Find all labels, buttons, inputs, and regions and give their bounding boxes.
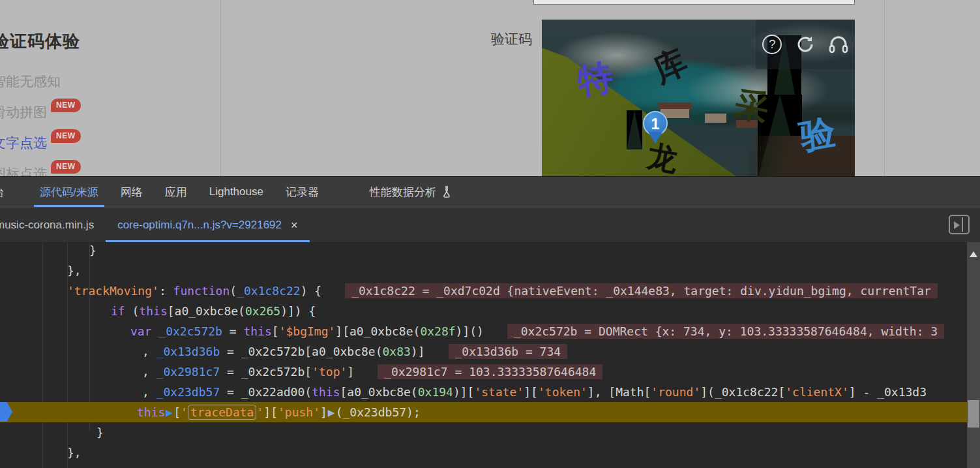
- devtools-tab-性能数据分析[interactable]: 性能数据分析: [359, 177, 463, 207]
- devtools-tab-应用[interactable]: 应用: [154, 177, 198, 207]
- captcha-demo-page: 验证码体验 智能无感知滑动拼图NEW文字点选NEW图标点选NEW 验证码 特库采…: [0, 0, 980, 176]
- inline-eval-value: _0x13d36b = 734: [449, 344, 568, 359]
- code-token: }: [97, 426, 104, 439]
- refresh-icon[interactable]: [794, 33, 816, 55]
- code-token: :: [159, 284, 173, 298]
- code-token: '$bgImg': [279, 324, 336, 338]
- sidebar-item-label[interactable]: 滑动拼图: [0, 104, 47, 121]
- tab-label: 应用: [165, 185, 187, 200]
- tab-label: 源代码/来源: [40, 185, 98, 200]
- code-token: (: [125, 304, 140, 318]
- captcha-image[interactable]: 特库采验龙 1 ?: [542, 20, 855, 176]
- scroll-up-arrow[interactable]: [970, 247, 977, 257]
- continue-to-here-icon[interactable]: ▶: [328, 405, 335, 419]
- code-token: )](): [456, 324, 484, 338]
- tab-label: 记录器: [286, 185, 319, 200]
- captcha-input[interactable]: [533, 0, 855, 5]
- code-line: if (this[a0_0xbc8e(0x265)]) {: [111, 301, 316, 321]
- inline-eval-value: _0x2c572b = DOMRect {x: 734, y: 103.3333…: [507, 324, 944, 339]
- tab-label: 控制台: [0, 185, 5, 200]
- code-token: ': [181, 405, 188, 419]
- code-token: ) {: [301, 284, 322, 298]
- file-tab-inactive[interactable]: music-corona.min.js: [0, 208, 106, 242]
- sidebar-item-label[interactable]: 文字点选: [0, 134, 47, 151]
- code-token: _0x2c572b: [158, 324, 222, 338]
- sidebar-item-3[interactable]: 图标点选NEW: [0, 165, 81, 176]
- code-token: [: [173, 405, 181, 419]
- code-token: = _0x2c572b[a0_0xbc8e(: [220, 345, 382, 358]
- new-badge: NEW: [51, 99, 81, 112]
- sidebar-item-label[interactable]: 智能无感知: [0, 73, 61, 90]
- code-token: _0x23db57: [156, 385, 220, 399]
- code-token: },: [67, 264, 82, 277]
- click-marker-1: 1: [643, 111, 668, 151]
- devtools-tab-bar: 控制台源代码/来源网络应用Lighthouse记录器性能数据分析: [0, 177, 980, 208]
- devtools-tab-Lighthouse[interactable]: Lighthouse: [198, 177, 275, 207]
- toggle-debugger-sidebar-icon[interactable]: [949, 215, 970, 234]
- tab-label: 网络: [121, 185, 143, 200]
- code-token: }: [89, 243, 97, 257]
- code-token: if: [111, 304, 125, 318]
- code-token: 'trackMoving': [67, 284, 159, 298]
- source-code-editor[interactable]: }},'trackMoving': function(_0x1c8c22) {_…: [0, 242, 967, 468]
- code-token: _0x2981c7: [156, 365, 220, 379]
- code-token: 0x83: [382, 345, 410, 358]
- devtools-tab-记录器[interactable]: 记录器: [275, 177, 330, 207]
- devtools-tab-源代码/来源[interactable]: 源代码/来源: [29, 177, 110, 207]
- code-token: this: [139, 304, 167, 318]
- code-token: traceData: [188, 405, 257, 420]
- code-token: ](_0x1c8c22[: [700, 385, 785, 399]
- code-line: , _0x23db57 = _0x22ad00(this[a0_0xbc8e(0…: [142, 382, 927, 402]
- code-line: },: [67, 443, 82, 463]
- code-token: 'clientX': [785, 385, 849, 399]
- code-token: (: [230, 284, 237, 298]
- code-line: 'trackMoving': function(_0x1c8c22) {_0x1…: [67, 281, 938, 301]
- continue-to-here-icon[interactable]: ▶: [166, 405, 173, 419]
- captcha-toolbar: ?: [756, 20, 855, 69]
- headphones-icon[interactable]: [827, 33, 850, 55]
- code-line: },: [67, 260, 82, 281]
- code-token: this: [137, 405, 165, 419]
- code-token: ]: [347, 365, 354, 379]
- code-token: =: [222, 324, 244, 338]
- code-token: ][: [524, 385, 538, 399]
- devtools-tab-控制台[interactable]: 控制台: [0, 177, 29, 207]
- inline-eval-value: _0x2981c7 = 103.33333587646484: [378, 364, 602, 379]
- code-token: 0x265: [245, 304, 280, 318]
- help-icon[interactable]: ?: [761, 33, 783, 55]
- paused-execution-line: this▶['traceData']['push']▶(_0x23db57);: [0, 402, 967, 422]
- code-token: (_0x23db57);: [336, 405, 421, 419]
- code-token: [a0_0xbc8e(: [168, 304, 245, 318]
- beaker-icon: [441, 186, 452, 198]
- code-token: _0x1c8c22: [237, 284, 301, 298]
- editor-scrollbar[interactable]: [967, 242, 980, 468]
- code-token: ,: [142, 365, 156, 379]
- code-token: ': [256, 405, 263, 419]
- code-line: }: [89, 242, 97, 260]
- code-token: },: [67, 446, 82, 460]
- devtools-tab-网络[interactable]: 网络: [110, 177, 154, 207]
- new-badge: NEW: [51, 160, 81, 174]
- overlay-char[interactable]: 特: [574, 54, 616, 106]
- code-token: var: [130, 324, 152, 338]
- scrollbar-thumb[interactable]: [968, 400, 979, 428]
- code-token: = _0x2c572b[: [220, 365, 312, 379]
- tab-label: Lighthouse: [209, 185, 263, 198]
- code-token: )]) {: [280, 304, 316, 318]
- code-line: 'trackUp': function(_0x4f3c1d) {: [77, 463, 303, 468]
- code-line: , _0x13d36b = _0x2c572b[a0_0xbc8e(0x83)]…: [142, 341, 567, 362]
- devtools-panel: 控制台源代码/来源网络应用Lighthouse记录器性能数据分析 music-c…: [0, 176, 980, 468]
- code-line: var _0x2c572b = this['$bgImg'][a0_0xbc8e…: [130, 321, 944, 341]
- close-tab-icon[interactable]: ×: [291, 219, 298, 232]
- code-line: , _0x2981c7 = _0x2c572b['top']_0x2981c7 …: [142, 362, 602, 382]
- code-token: )][: [453, 385, 475, 399]
- code-token: 'token': [538, 385, 587, 399]
- file-tab-active[interactable]: core-optimi.q7n...n.js?v=2921692×: [106, 208, 309, 242]
- code-token: ][a0_0xbc8e(: [335, 324, 420, 338]
- page-title: 验证码体验: [0, 30, 80, 53]
- sidebar-item-label[interactable]: 图标点选: [0, 165, 47, 176]
- new-badge: NEW: [51, 129, 81, 143]
- column-divider: [884, 0, 885, 176]
- code-token: ], [Math[: [587, 385, 651, 399]
- captcha-type-menu: 智能无感知滑动拼图NEW文字点选NEW图标点选NEW: [0, 73, 81, 176]
